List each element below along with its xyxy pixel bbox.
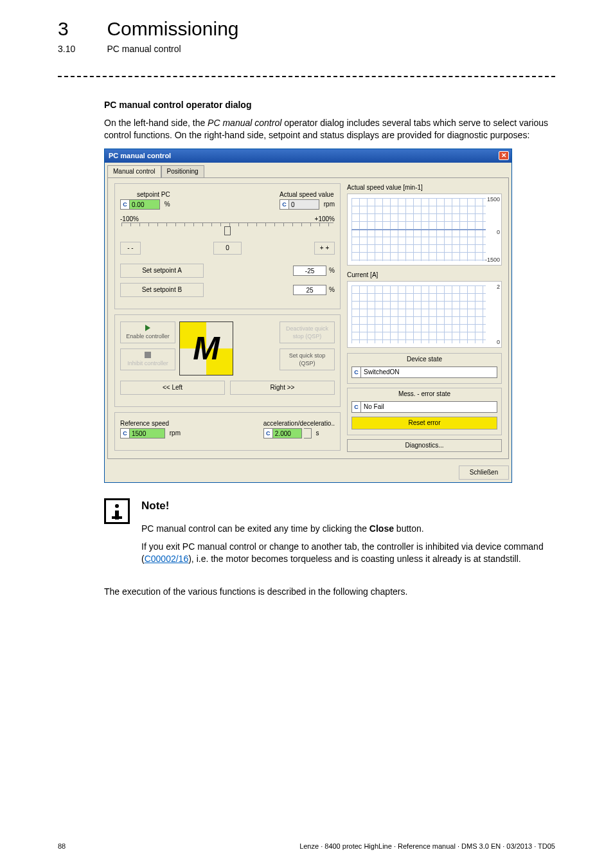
actual-speed-unit: rpm (324, 201, 335, 208)
increment-fast-button[interactable]: + + (314, 242, 335, 255)
setpoint-pc-input[interactable] (130, 200, 159, 209)
decrement-fast-button[interactable]: - - (120, 242, 141, 255)
note-link[interactable]: C00002/16 (145, 554, 189, 564)
section-number: 3.10 (58, 44, 104, 54)
divider (58, 76, 555, 77)
slider-thumb[interactable] (224, 226, 231, 235)
refspeed-input[interactable] (130, 429, 164, 438)
error-state-caption: Mess. - error state (351, 390, 497, 399)
tab-positioning[interactable]: Positioning (161, 165, 204, 177)
speed-chart: 1500 0 -1500 (347, 194, 502, 266)
tab-manual-control[interactable]: Manual control (107, 165, 161, 177)
note-p1: PC manual control can be exited any time… (141, 523, 555, 536)
after-note-paragraph: The execution of the various functions i… (104, 586, 555, 597)
deactivate-qsp-button[interactable]: Deactivate quick stop (QSP) (280, 321, 335, 343)
right-column: Actual speed value [min-1] 1500 0 -1500 … (347, 183, 502, 452)
right-button[interactable]: Right >> (230, 381, 335, 395)
diagnostics-button[interactable]: Diagnostics... (347, 439, 502, 452)
chapter-title: Commissioning (107, 18, 238, 40)
pc-manual-control-dialog: PC manual control ✕ Manual controlPositi… (104, 149, 512, 483)
intro-emph: PC manual control (208, 118, 281, 128)
param-icon: C (264, 429, 273, 438)
motor-graphic: M (179, 321, 233, 375)
accel-input[interactable] (273, 429, 301, 438)
dialog-heading: PC manual control operator dialog (104, 99, 555, 112)
set-qsp-label: Set quick stop (QSP) (280, 352, 334, 368)
speed-y-bot: -1500 (485, 256, 500, 264)
refspeed-label: Reference speed (120, 419, 181, 428)
note-p1-a: PC manual control can be exited any time… (141, 523, 369, 534)
dialog-close-button[interactable]: Schließen (459, 466, 509, 480)
current-chart: 2 0 (347, 281, 502, 348)
set-setpoint-b-button[interactable]: Set setpoint B (120, 283, 204, 297)
setpoint-pc-unit: % (164, 201, 170, 208)
controller-group: Enable controller Inhibit controller M (114, 314, 341, 407)
note-p2: If you exit PC manual control or change … (141, 541, 555, 566)
accel-unit: s (315, 429, 319, 437)
note-p1-bold: Close (369, 523, 394, 534)
chapter-number: 3 (58, 18, 104, 40)
param-icon: C (352, 402, 361, 412)
page-number: 88 (58, 842, 66, 850)
intro-text-a: On the left-hand side, the (104, 118, 208, 128)
setpoint-slider[interactable]: -100% +100% (120, 215, 335, 238)
inhibit-controller-button[interactable]: Inhibit controller (120, 348, 175, 370)
note-p1-b: button. (394, 523, 424, 534)
inhibit-controller-label: Inhibit controller (127, 359, 168, 368)
close-icon[interactable]: ✕ (499, 151, 509, 160)
setpoint-a-unit: % (329, 266, 335, 275)
note-p2-b: ), i.e. the motor becomes torqueless and… (188, 554, 520, 564)
footer-info: Lenze · 8400 protec HighLine · Reference… (299, 842, 555, 850)
error-state-box: Mess. - error state C No Fail Reset erro… (347, 388, 502, 435)
setpoint-b-unit: % (329, 285, 335, 294)
spinner-icon[interactable] (304, 428, 312, 439)
intro-paragraph: On the left-hand side, the PC manual con… (104, 117, 555, 142)
current-y-bot: 0 (497, 338, 500, 347)
setpoint-group: setpoint PC C % Actual speed value (114, 183, 341, 309)
param-icon: C (121, 429, 130, 438)
setpoint-pc-field[interactable]: C (120, 199, 160, 210)
actual-speed-value (289, 200, 319, 209)
device-state-value: SwitchedON (361, 368, 497, 377)
device-state-box: Device state C SwitchedON (347, 353, 502, 384)
set-setpoint-a-button[interactable]: Set setpoint A (120, 264, 204, 278)
accel-label: acceleration/deceleratio.. (263, 419, 335, 428)
play-icon (145, 325, 150, 331)
speed-chart-title: Actual speed value [min-1] (347, 183, 502, 192)
params-group: Reference speed C rpm acceleration/decel… (114, 412, 341, 451)
note-heading: Note! (141, 498, 555, 514)
enable-controller-label: Enable controller (126, 332, 170, 341)
dialog-titlebar: PC manual control ✕ (105, 149, 511, 163)
speed-y-top: 1500 (487, 195, 500, 204)
left-column: setpoint PC C % Actual speed value (114, 183, 341, 452)
param-icon: C (121, 200, 130, 209)
param-icon: C (280, 200, 289, 209)
param-icon: C (352, 367, 361, 377)
section-title: PC manual control (107, 44, 181, 54)
dialog-tabs: Manual controlPositioning (105, 163, 511, 177)
actual-speed-label: Actual speed value (280, 190, 335, 199)
dialog-title: PC manual control (109, 151, 171, 161)
deactivate-qsp-label: Deactivate quick stop (QSP) (280, 325, 334, 341)
enable-controller-button[interactable]: Enable controller (120, 321, 175, 343)
error-state-field: C No Fail (351, 401, 497, 413)
device-state-field: C SwitchedON (351, 366, 497, 378)
actual-speed-field: C (280, 199, 319, 210)
setpoint-pc-label: setpoint PC (137, 190, 170, 199)
device-state-caption: Device state (351, 355, 497, 364)
setpoint-a-input[interactable] (294, 266, 326, 275)
zero-button[interactable]: 0 (213, 242, 242, 255)
stop-icon (145, 352, 151, 358)
error-state-value: No Fail (361, 402, 497, 411)
info-icon (104, 498, 130, 524)
left-button[interactable]: << Left (120, 381, 225, 395)
set-qsp-button[interactable]: Set quick stop (QSP) (280, 348, 335, 370)
current-y-top: 2 (497, 283, 500, 291)
refspeed-unit: rpm (170, 429, 181, 437)
reset-error-button[interactable]: Reset error (351, 417, 497, 429)
speed-y-mid: 0 (497, 228, 500, 237)
setpoint-b-input[interactable] (294, 285, 326, 294)
current-chart-title: Current [A] (347, 271, 502, 280)
